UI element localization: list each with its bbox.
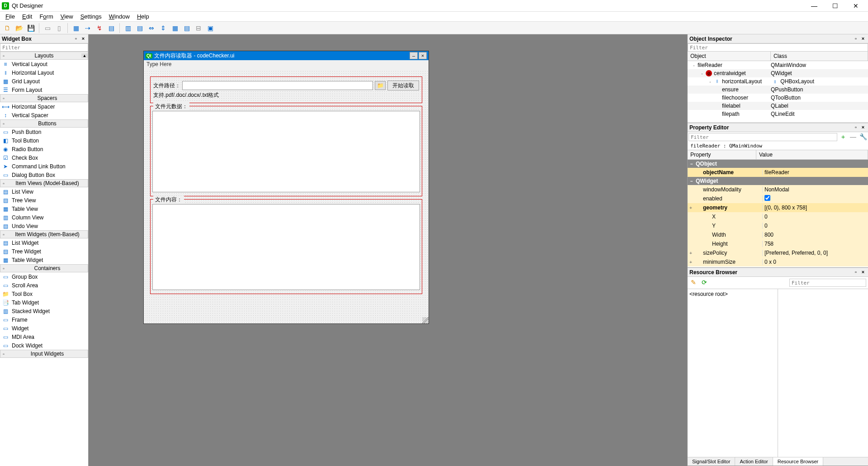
menu-edit[interactable]: Edit bbox=[19, 12, 36, 21]
widget-item[interactable]: ▭MDI Area bbox=[0, 333, 88, 341]
col-object[interactable]: Object bbox=[688, 52, 771, 61]
widget-box-list[interactable]: ▫Layouts▲≡Vertical Layout⦀Horizontal Lay… bbox=[0, 52, 88, 466]
property-subrow[interactable]: Height758 bbox=[688, 239, 868, 248]
edit-signals-icon[interactable]: ⇢ bbox=[82, 23, 93, 33]
widget-category[interactable]: ▫Item Views (Model-Based) bbox=[0, 179, 88, 187]
undock-icon[interactable]: ▫ bbox=[853, 124, 859, 131]
settings-icon[interactable]: 🔧 bbox=[859, 133, 867, 141]
tab-signal-slot[interactable]: Signal/Slot Editor bbox=[688, 457, 735, 466]
object-tree-row[interactable]: filelabelQLabel bbox=[688, 102, 868, 110]
widget-item[interactable]: ▥Column View bbox=[0, 213, 88, 222]
property-row[interactable]: +minimumSize0 x 0 bbox=[688, 257, 868, 266]
minimize-button[interactable]: — bbox=[804, 0, 825, 12]
design-titlebar[interactable]: Qt 文件内容读取器 - codeChecker.ui – × bbox=[144, 51, 429, 60]
undock-icon[interactable]: ▫ bbox=[853, 269, 859, 276]
enabled-checkbox[interactable] bbox=[764, 195, 770, 201]
widget-item[interactable]: ≡Vertical Layout bbox=[0, 60, 88, 68]
edit-buddies-icon[interactable]: ↯ bbox=[94, 23, 105, 33]
add-property-icon[interactable]: ＋ bbox=[839, 133, 847, 141]
filepath-section[interactable]: 文件路径： 📁 开始读取 支持.pdf/.doc/.docx/.txt格式 bbox=[150, 76, 422, 103]
widget-box-filter[interactable] bbox=[0, 43, 88, 52]
break-layout-icon[interactable]: ⊟ bbox=[193, 23, 204, 33]
close-panel-icon[interactable]: × bbox=[860, 269, 866, 276]
widget-category[interactable]: ▫Layouts▲ bbox=[0, 52, 88, 60]
property-group[interactable]: −QObject bbox=[688, 160, 868, 168]
design-menubar[interactable]: Type Here bbox=[144, 60, 429, 70]
save-file-icon[interactable]: 💾 bbox=[25, 23, 36, 33]
undock-icon[interactable]: ▫ bbox=[853, 36, 859, 42]
tab-action-editor[interactable]: Action Editor bbox=[735, 457, 773, 466]
widget-category[interactable]: ▫Item Widgets (Item-Based) bbox=[0, 230, 88, 238]
widget-item[interactable]: ▤Undo View bbox=[0, 222, 88, 230]
widget-item[interactable]: ▭Dialog Button Box bbox=[0, 171, 88, 179]
object-tree-row[interactable]: filechooserQToolButton bbox=[688, 94, 868, 102]
layout-vs-icon[interactable]: ⇕ bbox=[158, 23, 169, 33]
widget-item[interactable]: 📁Tool Box bbox=[0, 290, 88, 298]
property-row[interactable]: objectNamefileReader bbox=[688, 168, 868, 177]
send-back-icon[interactable]: ▭ bbox=[42, 23, 53, 33]
edit-taborder-icon[interactable]: ▤ bbox=[106, 23, 117, 33]
object-tree-row[interactable]: filepathQLineEdit bbox=[688, 110, 868, 118]
close-panel-icon[interactable]: × bbox=[860, 124, 866, 131]
menu-view[interactable]: View bbox=[57, 12, 77, 21]
metadata-textarea[interactable] bbox=[152, 111, 420, 192]
widget-item[interactable]: ▭Widget bbox=[0, 324, 88, 333]
widget-item[interactable]: ▤List View bbox=[0, 187, 88, 196]
property-list[interactable]: −QObjectobjectNamefileReader−QWidgetwind… bbox=[688, 160, 868, 267]
remove-property-icon[interactable]: — bbox=[849, 133, 857, 141]
edit-widgets-icon[interactable]: ▦ bbox=[71, 23, 81, 33]
design-window[interactable]: Qt 文件内容读取器 - codeChecker.ui – × Type Her… bbox=[143, 51, 429, 324]
tab-resource-browser[interactable]: Resource Browser bbox=[773, 457, 823, 466]
content-textarea[interactable] bbox=[152, 204, 420, 290]
widget-item[interactable]: ▤Tree Widget bbox=[0, 247, 88, 256]
design-body[interactable]: 文件路径： 📁 开始读取 支持.pdf/.doc/.docx/.txt格式 文件… bbox=[144, 70, 429, 323]
widget-item[interactable]: ▭Push Button bbox=[0, 128, 88, 136]
filepath-input[interactable] bbox=[182, 81, 373, 90]
widget-item[interactable]: ↕Vertical Spacer bbox=[0, 111, 88, 119]
layout-grid-icon[interactable]: ▦ bbox=[170, 23, 180, 33]
widget-category[interactable]: ▫Input Widgets bbox=[0, 350, 88, 358]
layout-form-icon[interactable]: ▤ bbox=[181, 23, 192, 33]
layout-v-icon[interactable]: ▤ bbox=[134, 23, 145, 33]
widget-item[interactable]: ▦Grid Layout bbox=[0, 77, 88, 86]
layout-hs-icon[interactable]: ⇔ bbox=[146, 23, 157, 33]
object-inspector-tree[interactable]: -fileReaderQMainWindow-⊘centralwidgetQWi… bbox=[688, 61, 868, 118]
widget-item[interactable]: ◉Radio Button bbox=[0, 145, 88, 153]
object-tree-row[interactable]: -⦀horizontalLayout⦀ QHBoxLayout bbox=[688, 77, 868, 86]
content-groupbox[interactable]: 文件内容： bbox=[150, 199, 422, 294]
property-subrow[interactable]: Y0 bbox=[688, 221, 868, 230]
property-row[interactable]: +sizePolicy[Preferred, Preferred, 0, 0] bbox=[688, 248, 868, 257]
widget-item[interactable]: ▭Dock Widget bbox=[0, 341, 88, 350]
widget-item[interactable]: ▤Tree View bbox=[0, 196, 88, 204]
edit-resource-icon[interactable]: ✎ bbox=[689, 279, 698, 287]
undock-icon[interactable]: ▫ bbox=[73, 36, 79, 42]
col-class[interactable]: Class bbox=[771, 52, 868, 61]
widget-item[interactable]: ◧Tool Button bbox=[0, 136, 88, 145]
object-tree-row[interactable]: -⊘centralwidgetQWidget bbox=[688, 69, 868, 77]
menu-file[interactable]: File bbox=[2, 12, 19, 21]
object-inspector-filter[interactable] bbox=[688, 43, 868, 52]
close-panel-icon[interactable]: × bbox=[860, 36, 866, 42]
object-tree-row[interactable]: -fileReaderQMainWindow bbox=[688, 61, 868, 69]
widget-item[interactable]: ▭Frame bbox=[0, 315, 88, 324]
design-close-button[interactable]: × bbox=[419, 52, 427, 59]
type-here-hint[interactable]: Type Here bbox=[146, 61, 171, 67]
col-property[interactable]: Property bbox=[688, 150, 756, 159]
menu-window[interactable]: Window bbox=[105, 12, 133, 21]
resize-handle-icon[interactable] bbox=[422, 317, 429, 323]
widget-category[interactable]: ▫Buttons bbox=[0, 119, 88, 128]
property-row[interactable]: +geometry[(0, 0), 800 x 758] bbox=[688, 203, 868, 212]
widget-category[interactable]: ▫Spacers bbox=[0, 94, 88, 102]
widget-item[interactable]: ☑Check Box bbox=[0, 153, 88, 162]
widget-item[interactable]: ▦Table View bbox=[0, 204, 88, 213]
menu-help[interactable]: Help bbox=[133, 12, 153, 21]
widget-item[interactable]: ▥Stacked Widget bbox=[0, 307, 88, 315]
property-subrow[interactable]: X0 bbox=[688, 212, 868, 221]
widget-item[interactable]: ▭Group Box bbox=[0, 272, 88, 281]
close-panel-icon[interactable]: × bbox=[80, 36, 86, 42]
widget-item[interactable]: ▦Table Widget bbox=[0, 256, 88, 264]
widget-item[interactable]: ⟷Horizontal Spacer bbox=[0, 102, 88, 111]
resource-filter[interactable] bbox=[789, 279, 866, 287]
start-read-button[interactable]: 开始读取 bbox=[387, 81, 419, 90]
object-tree-row[interactable]: ensureQPushButton bbox=[688, 86, 868, 94]
